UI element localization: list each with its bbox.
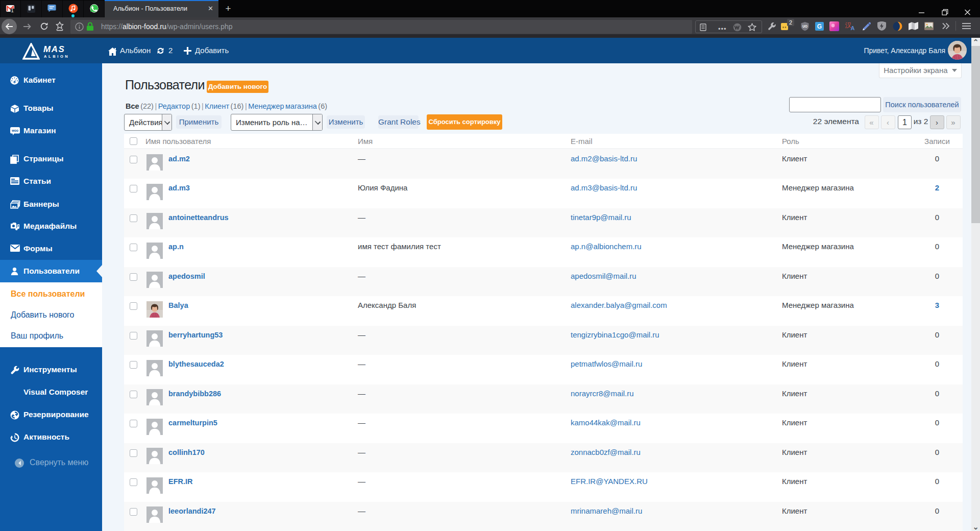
svg-text:1: 1 [11,8,14,13]
svg-text:A: A [851,25,855,31]
svg-text:UO: UO [802,25,807,28]
svg-text:woo: woo [11,129,18,132]
svg-text:G: G [817,23,822,30]
